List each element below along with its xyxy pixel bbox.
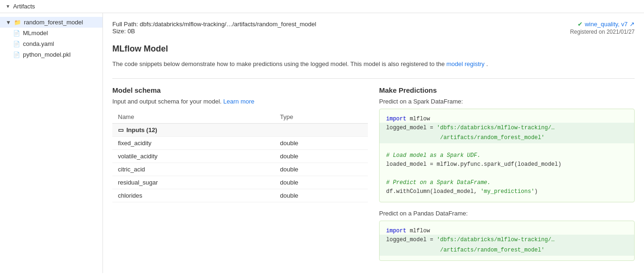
- table-row: citric_acid double: [112, 163, 368, 176]
- sidebar-item-label: python_model.pkl: [23, 51, 71, 58]
- field-name: citric_acid: [112, 163, 274, 176]
- size-label: Size:: [112, 28, 126, 35]
- code-line-highlight: logged_model = 'dbfs:/databricks/mlflow-…: [380, 123, 634, 133]
- description-end: .: [486, 60, 488, 67]
- spark-subtitle: Predict on a Spark DataFrame:: [379, 98, 635, 105]
- schema-header-row: Name Type: [112, 111, 368, 124]
- schema-title: Model schema: [112, 86, 368, 94]
- code-line: # Predict on a Spark DataFrame.: [386, 179, 490, 186]
- field-type: double: [274, 137, 368, 150]
- description-text: The code snippets below demonstrate how …: [112, 60, 445, 67]
- folder-icon: 📁: [14, 19, 21, 26]
- schema-column: Model schema Input and output schema for…: [112, 86, 368, 268]
- field-type: double: [274, 163, 368, 176]
- description: The code snippets below demonstrate how …: [112, 59, 635, 69]
- field-name: chlorides: [112, 189, 274, 202]
- sidebar-item-mlmodel[interactable]: 📄 MLmodel: [0, 28, 102, 38]
- field-name: residual_sugar: [112, 176, 274, 189]
- main-content: Full Path: dbfs:/databricks/mlflow-track…: [103, 13, 644, 273]
- code-line: loaded_model = mlflow.pyfunc.spark_udf(l…: [386, 161, 561, 168]
- chevron-down-icon: ▼: [6, 19, 11, 26]
- table-row: fixed_acidity double: [112, 137, 368, 150]
- sidebar-item-random-forest-model[interactable]: ▼ 📁 random_forest_model: [0, 17, 102, 28]
- code-line: df.withColumn(loaded_model, 'my_predicti…: [386, 188, 538, 195]
- sidebar-item-python-model-pkl[interactable]: 📄 python_model.pkl: [0, 49, 102, 60]
- file-icon: 📄: [13, 52, 20, 58]
- schema-subtitle-text: Input and output schema for your model.: [112, 98, 221, 105]
- two-column-section: Model schema Input and output schema for…: [112, 78, 635, 268]
- field-type: double: [274, 150, 368, 163]
- pandas-subtitle: Predict on a Pandas DataFrame:: [379, 210, 635, 217]
- expand-icon[interactable]: ▭: [118, 126, 124, 133]
- sidebar-item-label: random_forest_model: [24, 19, 83, 26]
- check-icon: ✔: [578, 21, 583, 28]
- registered-date: Registered on 2021/01/27: [570, 29, 635, 35]
- collapse-chevron[interactable]: ▼: [6, 4, 10, 9]
- table-row: residual_sugar double: [112, 176, 368, 189]
- artifacts-header: ▼ Artifacts: [0, 0, 644, 13]
- code-line: # Load model as a Spark UDF.: [386, 152, 481, 159]
- predictions-title: Make Predictions: [379, 86, 635, 94]
- section-title: MLflow Model: [112, 44, 635, 54]
- full-path-label: Full Path:: [112, 21, 138, 28]
- inputs-group-row: ▭ Inputs (12): [112, 123, 368, 137]
- code-line-highlight: /artifacts/random_forest_model': [380, 133, 634, 143]
- path-info-row: Full Path: dbfs:/databricks/mlflow-track…: [112, 21, 635, 42]
- path-block: Full Path: dbfs:/databricks/mlflow-track…: [112, 21, 316, 42]
- main-layout: ▼ 📁 random_forest_model 📄 MLmodel 📄 cond…: [0, 13, 644, 273]
- schema-subtitle: Input and output schema for your model. …: [112, 98, 368, 105]
- inputs-label: Inputs (12): [126, 126, 157, 133]
- code-line: import mlflow: [386, 116, 430, 122]
- pandas-code-block[interactable]: import mlflow logged_model = 'dbfs:/data…: [379, 221, 635, 261]
- inputs-type-cell: [274, 123, 368, 137]
- predictions-column: Make Predictions Predict on a Spark Data…: [379, 86, 635, 268]
- external-link-icon: ↗: [629, 21, 635, 28]
- learn-more-link[interactable]: Learn more: [223, 98, 254, 105]
- file-icon: 📄: [13, 30, 20, 37]
- table-row: volatile_acidity double: [112, 150, 368, 163]
- field-name: volatile_acidity: [112, 150, 274, 163]
- col-name-header: Name: [112, 111, 274, 124]
- code-line-highlight: logged_model = 'dbfs:/databricks/mlflow-…: [380, 235, 634, 245]
- file-icon: 📄: [13, 41, 20, 47]
- full-path-value: dbfs:/databricks/mlflow-tracking/…/artif…: [140, 21, 316, 28]
- header-title: Artifacts: [13, 3, 35, 10]
- sidebar-item-conda-yaml[interactable]: 📄 conda.yaml: [0, 38, 102, 49]
- size-info: Size: 0B: [112, 28, 316, 35]
- spark-code-block[interactable]: import mlflow logged_model = 'dbfs:/data…: [379, 109, 635, 203]
- field-type: double: [274, 176, 368, 189]
- registered-name: wine_quality, v7: [585, 21, 628, 28]
- registered-model-link[interactable]: ✔ wine_quality, v7 ↗: [578, 21, 635, 28]
- model-registry-link[interactable]: model registry: [446, 60, 485, 67]
- sidebar-item-label: MLmodel: [23, 30, 48, 37]
- col-type-header: Type: [274, 111, 368, 124]
- schema-table: Name Type ▭ Inputs (12): [112, 111, 368, 203]
- inputs-label-cell: ▭ Inputs (12): [112, 124, 274, 137]
- field-type: double: [274, 189, 368, 202]
- code-line-highlight: /artifacts/random_forest_model': [380, 245, 634, 256]
- field-name: fixed_acidity: [112, 137, 274, 150]
- file-tree-sidebar: ▼ 📁 random_forest_model 📄 MLmodel 📄 cond…: [0, 13, 103, 273]
- size-value: 0B: [128, 28, 135, 35]
- full-path: Full Path: dbfs:/databricks/mlflow-track…: [112, 21, 316, 28]
- registered-badge: ✔ wine_quality, v7 ↗ Registered on 2021/…: [570, 21, 635, 35]
- schema-table-container[interactable]: Name Type ▭ Inputs (12): [112, 111, 368, 203]
- code-line: import mlflow: [386, 228, 430, 234]
- table-row: chlorides double: [112, 189, 368, 202]
- sidebar-item-label: conda.yaml: [23, 40, 54, 47]
